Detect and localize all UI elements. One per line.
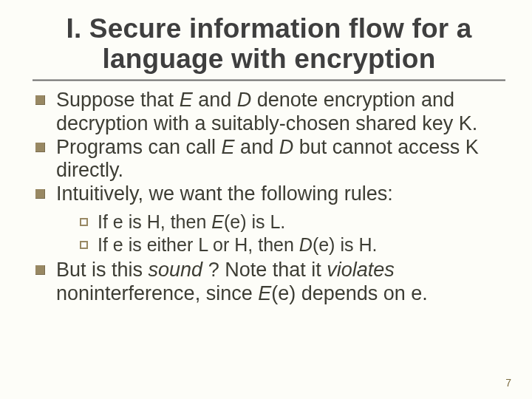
text: Suppose that <box>56 89 180 111</box>
text: noninterference, since <box>56 282 258 304</box>
title-underline <box>33 79 505 81</box>
slide-number: 7 <box>505 377 511 389</box>
title-line-2: language with encryption <box>103 44 436 74</box>
bullet-1: Suppose that E and D denote encryption a… <box>35 89 505 136</box>
text: If e is either L or H, then <box>98 234 299 255</box>
title-line-1: I. Secure information flow for a <box>66 13 471 44</box>
text: (e) is L. <box>224 211 285 232</box>
bullet-4: But is this sound ? Note that it violate… <box>35 259 505 306</box>
symbol-E: E <box>180 89 193 111</box>
sub-bullet-1: If e is H, then E(e) is L. <box>80 211 505 233</box>
slide-title: I. Secure information flow for a languag… <box>33 13 505 75</box>
bullet-2: Programs can call E and D but cannot acc… <box>35 136 505 183</box>
sub-bullet-2: If e is either L or H, then D(e) is H. <box>80 233 505 256</box>
symbol-D: D <box>279 136 294 158</box>
text: ? Note that it <box>202 259 327 281</box>
emph-sound: sound <box>149 259 203 281</box>
symbol-E: E <box>258 282 271 304</box>
text: (e) depends on e. <box>271 282 428 304</box>
emph-violates: violates <box>327 259 395 281</box>
text: If e is H, then <box>98 211 211 232</box>
symbol-E: E <box>222 136 235 158</box>
text: Programs can call <box>56 136 222 158</box>
symbol-D: D <box>237 89 252 111</box>
text: Intuitively, we want the following rules… <box>56 183 393 205</box>
bullet-3: Intuitively, we want the following rules… <box>35 183 505 256</box>
symbol-D: D <box>299 234 313 255</box>
text: and <box>193 89 237 111</box>
slide: I. Secure information flow for a languag… <box>0 0 532 399</box>
text: (e) is H. <box>313 234 378 255</box>
text: But is this <box>56 259 149 281</box>
sub-bullet-list: If e is H, then E(e) is L. If e is eithe… <box>56 211 505 256</box>
bullet-list: Suppose that E and D denote encryption a… <box>33 89 505 306</box>
text: and <box>235 136 279 158</box>
symbol-E: E <box>211 211 224 232</box>
